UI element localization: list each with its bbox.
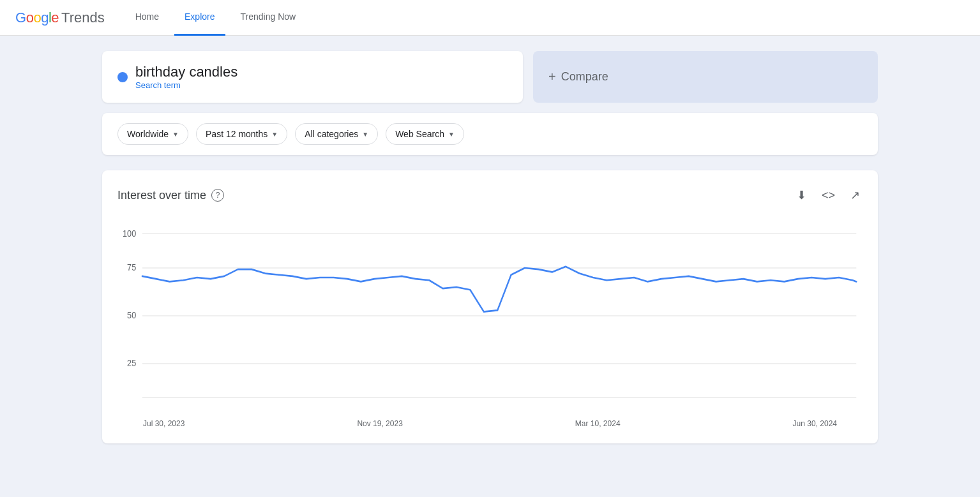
x-label-2: Nov 19, 2023 [357,419,402,428]
nav-home[interactable]: Home [125,0,169,36]
search-type-chevron-icon: ▼ [448,131,455,138]
time-filter[interactable]: Past 12 months ▼ [196,123,287,145]
nav-explore[interactable]: Explore [174,0,225,36]
category-chevron-icon: ▼ [362,131,368,138]
location-filter-label: Worldwide [127,129,169,139]
interest-over-time-chart: 100 75 50 25 [117,220,863,412]
search-type-label: Search term [135,80,237,90]
main-nav: Home Explore Trending Now [125,0,306,35]
help-icon[interactable]: ? [211,189,224,202]
chart-card: Interest over time ? ⬇ <> ↗ 100 75 50 [102,170,878,443]
main-content: birthday candles Search term + Compare W… [0,36,980,497]
search-type-filter[interactable]: Web Search ▼ [386,123,464,145]
filter-row: Worldwide ▼ Past 12 months ▼ All categor… [102,113,878,155]
logo-trends-text: Trends [61,10,105,26]
chart-actions: ⬇ <> ↗ [794,186,863,205]
compare-label: Compare [561,70,608,84]
logo[interactable]: Google Trends [15,10,105,26]
logo-google-text: Google [15,10,59,26]
chart-header: Interest over time ? ⬇ <> ↗ [117,186,863,205]
category-filter-label: All categories [305,129,358,139]
search-area: birthday candles Search term + Compare [102,51,878,103]
header: Google Trends Home Explore Trending Now [0,0,980,36]
svg-text:25: 25 [127,359,136,369]
embed-button[interactable]: <> [819,186,838,205]
search-term: birthday candles [135,64,237,80]
time-filter-label: Past 12 months [206,129,268,139]
share-button[interactable]: ↗ [848,186,863,205]
x-axis-labels: Jul 30, 2023 Nov 19, 2023 Mar 10, 2024 J… [117,414,863,428]
location-filter[interactable]: Worldwide ▼ [117,123,188,145]
chart-container: 100 75 50 25 Jul 30, 2023 Nov 19, 2023 [117,220,863,428]
x-label-1: Jul 30, 2023 [143,419,185,428]
location-chevron-icon: ▼ [172,131,179,138]
time-chevron-icon: ▼ [271,131,278,138]
search-type-filter-label: Web Search [395,129,444,139]
chart-title-area: Interest over time ? [117,189,224,202]
svg-text:100: 100 [123,228,136,239]
search-dot-indicator [117,72,128,82]
chart-title: Interest over time [117,189,206,202]
category-filter[interactable]: All categories ▼ [295,123,378,145]
nav-trending-now[interactable]: Trending Now [230,0,306,36]
search-text-area: birthday candles Search term [135,64,237,90]
svg-text:50: 50 [127,311,136,321]
download-button[interactable]: ⬇ [794,186,809,205]
x-label-3: Mar 10, 2024 [575,419,621,428]
svg-text:75: 75 [127,263,136,273]
compare-box[interactable]: + Compare [533,51,878,103]
search-box[interactable]: birthday candles Search term [102,51,523,103]
compare-plus-icon: + [548,70,556,84]
x-label-4: Jun 30, 2024 [793,419,837,428]
